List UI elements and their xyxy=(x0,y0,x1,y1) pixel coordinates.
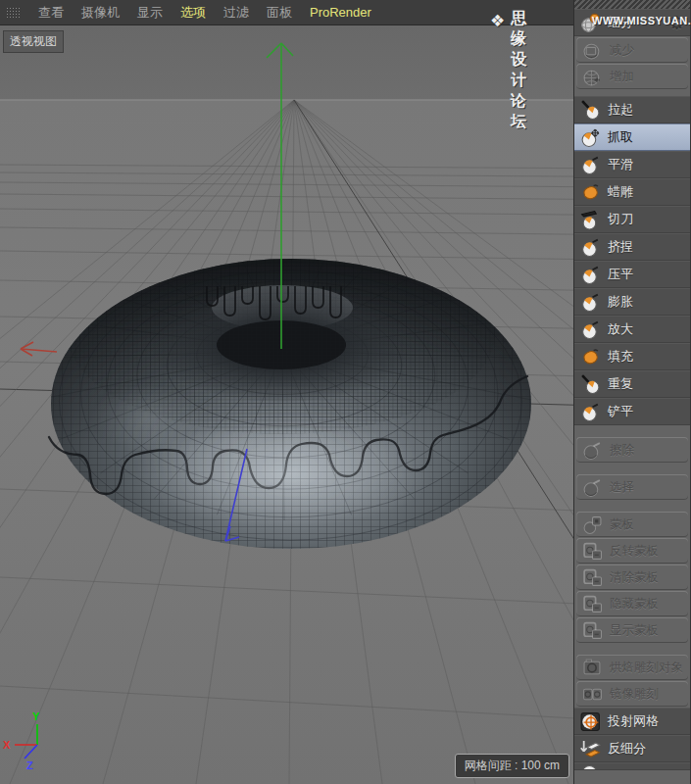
tool-label: 镜像雕刻 xyxy=(610,686,659,703)
tool-label: 填充 xyxy=(608,348,633,366)
tool-mirror-sculpt: 镜像雕刻 xyxy=(576,681,688,707)
tool-label: 平滑 xyxy=(608,156,633,173)
menu-panel[interactable]: 面板 xyxy=(267,4,292,22)
tool-label: 膨胀 xyxy=(608,293,633,311)
tool-amplify[interactable]: 放大 xyxy=(574,316,690,343)
tool-label: 抓取 xyxy=(608,128,633,146)
tool-select: 选择 xyxy=(576,474,688,500)
tool-invert-mask: 反转蒙板 xyxy=(576,538,688,564)
grab-sphere-icon xyxy=(579,126,601,148)
tool-label: 减少 xyxy=(610,42,634,59)
tool-label: 蒙板 xyxy=(610,516,634,533)
wax-blob-icon xyxy=(579,181,601,203)
mask-step-icon xyxy=(581,566,603,588)
tool-label: 增加 xyxy=(610,69,634,85)
tool-sphere-icon xyxy=(579,154,601,175)
tool-label: 隐藏蒙板 xyxy=(610,596,659,612)
gizmo-z-label: Z xyxy=(26,760,33,771)
sidebar-hatch-strip xyxy=(574,0,690,9)
reduce-sphere-icon xyxy=(581,39,603,61)
perspective-viewport[interactable]: Y X Z 透视视图 网格间距 : 100 cm xyxy=(0,25,573,784)
tool-erase: 擦除 xyxy=(576,437,688,463)
tool-partial-row[interactable] xyxy=(574,762,690,770)
partial-icon xyxy=(579,762,601,770)
tool-grab[interactable]: 抓取 xyxy=(574,123,690,151)
view-label: 透视视图 xyxy=(3,30,64,53)
grid-spacing-badge: 网格间距 : 100 cm xyxy=(455,754,569,778)
tool-smooth[interactable]: 平滑 xyxy=(574,151,690,178)
tool-label: 选择 xyxy=(610,479,634,496)
tool-desubdivide[interactable]: 反细分 xyxy=(574,735,690,762)
mask-step-icon xyxy=(581,593,603,614)
tool-label: 铲平 xyxy=(608,403,633,420)
tool-label: 反转蒙板 xyxy=(610,543,659,560)
mirror-icon xyxy=(581,683,603,705)
tool-label: 蜡雕 xyxy=(608,183,633,201)
tool-scrape[interactable]: 铲平 xyxy=(574,398,690,425)
tool-sphere-icon xyxy=(579,318,601,340)
axis-gizmo: Y X Z xyxy=(3,710,40,771)
tool-label: 重复 xyxy=(608,375,633,393)
bake-icon xyxy=(581,657,603,678)
tool-bake-sculpt-object: 烘焙雕刻对象 xyxy=(576,655,688,680)
pen-sphere-icon xyxy=(579,373,601,395)
tool-label: 清除蒙板 xyxy=(610,569,659,586)
tool-sphere-icon xyxy=(579,264,601,285)
tool-pinch[interactable]: 挤捏 xyxy=(574,233,690,261)
tool-sphere-icon xyxy=(579,236,601,258)
desubdivide-icon xyxy=(579,738,601,760)
mask-icon xyxy=(581,514,603,535)
mask-step-icon xyxy=(581,540,603,562)
increase-globe-icon xyxy=(581,66,603,87)
menu-prorender[interactable]: ProRender xyxy=(310,5,371,20)
tool-increase: 增加 xyxy=(576,64,688,89)
tool-reduce: 减少 xyxy=(576,37,688,63)
gizmo-y-label: Y xyxy=(32,710,40,722)
menu-options[interactable]: 选项 xyxy=(180,4,206,22)
menu-display[interactable]: 显示 xyxy=(137,4,163,22)
tool-label: 投射网格 xyxy=(608,712,659,730)
gizmo-x-label: X xyxy=(3,739,11,751)
tool-label: 细分 xyxy=(608,14,633,31)
wax-blob-icon xyxy=(579,346,601,368)
subdivide-globe-icon xyxy=(579,12,601,33)
tool-label: 烘焙雕刻对象 xyxy=(610,660,683,676)
sculpt-tool-sidebar: 细分⚙减少增加拉起抓取平滑蜡雕切刀挤捏压平膨胀放大填充重复铲平擦除选择蒙板反转蒙… xyxy=(573,0,691,784)
tool-flatten[interactable]: 压平 xyxy=(574,261,690,288)
tool-repeat[interactable]: 重复 xyxy=(574,370,690,398)
tool-project-mesh[interactable]: 投射网格 xyxy=(574,708,690,735)
tool-knife[interactable]: 切刀 xyxy=(574,206,690,233)
tool-inflate[interactable]: 膨胀 xyxy=(574,288,690,316)
viewport-menubar: 查看摄像机显示选项过滤面板ProRender xyxy=(0,0,573,25)
menu-view[interactable]: 查看 xyxy=(38,4,64,22)
tool-clear-mask: 清除蒙板 xyxy=(576,564,688,590)
emboss-tool-icon xyxy=(581,439,603,461)
menu-grip-icon[interactable] xyxy=(6,7,21,19)
pen-sphere-icon xyxy=(579,99,601,121)
tool-pull-raise[interactable]: 拉起 xyxy=(574,96,690,123)
tool-label: 压平 xyxy=(608,266,633,283)
viewport-canvas[interactable]: Y X Z xyxy=(0,25,573,784)
tool-sphere-icon xyxy=(579,291,601,313)
tool-label: 切刀 xyxy=(608,211,633,228)
cinema4d-sculpt-window: 查看摄像机显示选项过滤面板ProRender xyxy=(0,0,691,784)
menu-cameras[interactable]: 摄像机 xyxy=(81,4,120,22)
tool-label: 拉起 xyxy=(608,101,633,119)
tool-label: 擦除 xyxy=(610,442,634,459)
project-mesh-icon xyxy=(579,710,601,732)
tool-label: 挤捏 xyxy=(608,238,633,256)
tool-sphere-icon xyxy=(579,401,601,422)
emboss-tool-icon xyxy=(581,476,603,498)
tool-mask: 蒙板 xyxy=(576,512,688,537)
knife-sphere-icon xyxy=(579,209,601,230)
tool-settings-gear-icon[interactable]: ⚙ xyxy=(668,14,685,32)
tool-subdivide[interactable]: 细分⚙ xyxy=(574,9,690,36)
tool-fill[interactable]: 填充 xyxy=(574,343,690,370)
tool-hide-mask: 隐藏蒙板 xyxy=(576,591,688,616)
tool-show-mask: 显示蒙板 xyxy=(576,617,688,643)
tool-label: 显示蒙板 xyxy=(610,622,659,639)
mask-step-icon xyxy=(581,619,603,641)
tool-label: 放大 xyxy=(608,320,633,338)
menu-filter[interactable]: 过滤 xyxy=(223,4,249,22)
tool-wax[interactable]: 蜡雕 xyxy=(574,178,690,206)
